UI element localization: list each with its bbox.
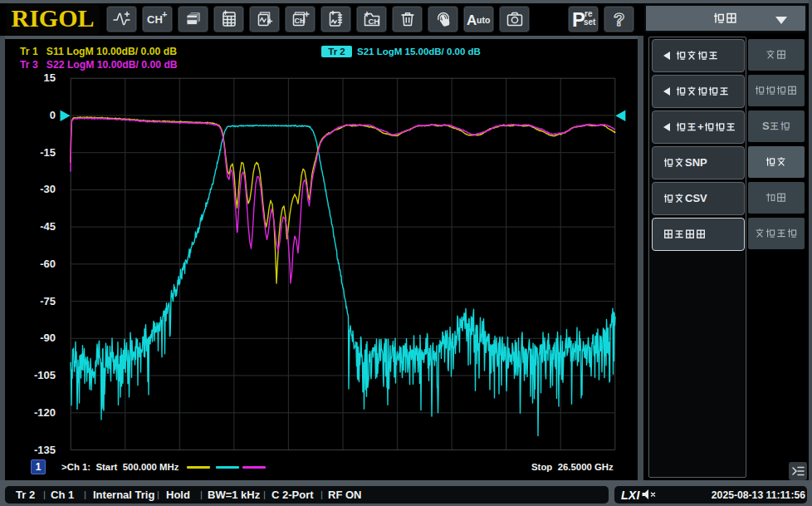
svg-text:+: + <box>162 9 167 19</box>
svg-text:set: set <box>584 17 596 27</box>
svg-text:uto: uto <box>477 15 490 25</box>
svg-text:CSV: CSV <box>685 191 707 204</box>
svg-text:CH: CH <box>294 17 305 25</box>
svg-text:A: A <box>467 12 477 27</box>
svg-text:CH: CH <box>147 13 163 26</box>
svg-text:S: S <box>762 119 770 131</box>
svg-text:+: + <box>697 120 704 132</box>
svg-text:?: ? <box>614 9 624 30</box>
svg-text:CH: CH <box>368 16 379 25</box>
svg-text:SNP: SNP <box>685 155 707 168</box>
